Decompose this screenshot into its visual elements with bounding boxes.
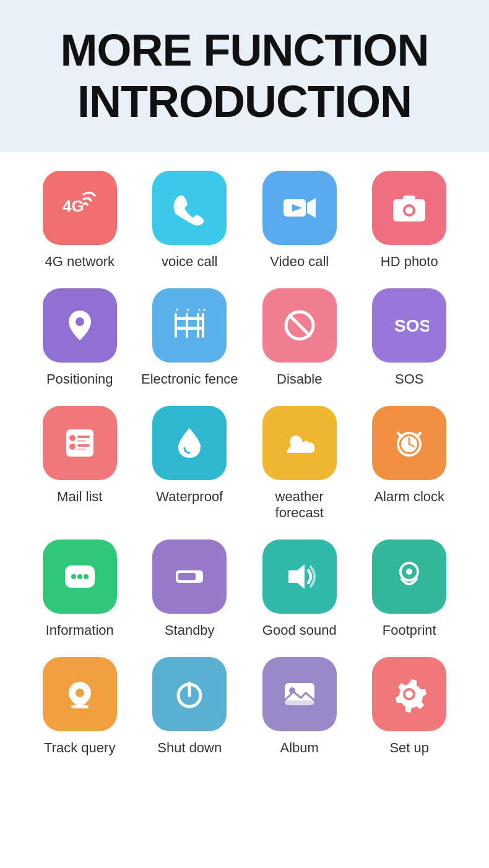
feature-video-call: Video call — [250, 171, 349, 270]
positioning-icon-box — [43, 288, 117, 363]
svg-rect-44 — [198, 577, 201, 580]
album-icon-box — [262, 657, 337, 731]
alarm-icon-box — [372, 406, 446, 480]
feature-voice-call: voice call — [140, 171, 239, 270]
electronic-fence-label: Electronic fence — [141, 371, 238, 387]
feature-sos: SOS SOS — [360, 288, 459, 387]
svg-marker-17 — [198, 308, 201, 311]
svg-marker-16 — [187, 308, 189, 311]
svg-point-48 — [76, 689, 84, 697]
row-1: 4G 4G network voice call — [25, 171, 464, 270]
features-grid: 4G 4G network voice call — [0, 152, 489, 799]
svg-line-36 — [417, 433, 420, 437]
feature-album: Album — [250, 657, 349, 756]
set-up-label: Set up — [389, 740, 429, 756]
svg-rect-54 — [285, 700, 314, 705]
svg-line-20 — [290, 316, 309, 335]
svg-point-47 — [406, 569, 412, 575]
voice-call-label: voice call — [162, 254, 217, 270]
alarm-clock-label: Alarm clock — [374, 489, 444, 505]
good-sound-icon-box — [262, 539, 337, 614]
svg-rect-7 — [403, 196, 415, 202]
row-2: Positioning Electronic fence — [25, 288, 464, 387]
feature-good-sound: Good sound — [250, 539, 349, 638]
mail-list-icon-box — [43, 406, 117, 480]
svg-rect-27 — [77, 444, 90, 447]
feature-track-query: Track query — [30, 657, 129, 756]
footprint-label: Footprint — [383, 622, 436, 638]
maillist-icon — [60, 423, 100, 463]
footprint-icon — [389, 557, 429, 596]
4g-icon: 4G — [60, 188, 100, 228]
footprint-icon-box — [372, 539, 446, 614]
svg-rect-28 — [77, 449, 86, 450]
4g-label: 4G network — [45, 254, 115, 270]
album-label: Album — [280, 740, 319, 756]
shut-down-label: Shut down — [157, 740, 222, 756]
track-icon — [60, 674, 100, 714]
phone-icon — [170, 188, 209, 228]
header-title: MORE FUNCTION INTRODUCTION — [12, 25, 477, 127]
svg-marker-18 — [203, 308, 206, 311]
sos-label: SOS — [395, 371, 423, 387]
svg-rect-24 — [77, 436, 90, 438]
svg-rect-49 — [71, 705, 89, 708]
alarm-icon — [389, 423, 429, 463]
row-3: Mail list Waterproof weather forecast — [25, 406, 464, 521]
location-icon — [60, 306, 100, 345]
svg-point-38 — [71, 574, 76, 579]
svg-marker-15 — [176, 308, 178, 311]
water-icon — [170, 423, 209, 463]
standby-icon — [170, 557, 209, 596]
good-sound-label: Good sound — [262, 622, 337, 638]
svg-text:4G: 4G — [63, 197, 84, 215]
mail-list-label: Mail list — [57, 489, 102, 505]
feature-weather: weather forecast — [250, 406, 349, 521]
sos-icon: SOS — [389, 306, 429, 345]
4g-icon-box: 4G — [43, 171, 117, 245]
track-query-label: Track query — [44, 740, 115, 756]
fence-icon — [170, 306, 209, 345]
hd-photo-label: HD photo — [381, 254, 438, 270]
disable-icon — [280, 306, 319, 345]
svg-rect-13 — [175, 317, 204, 320]
svg-point-26 — [69, 444, 76, 450]
standby-icon-box — [152, 539, 227, 614]
voice-call-icon-box — [152, 171, 227, 245]
svg-rect-14 — [175, 327, 204, 330]
weather-icon — [280, 423, 319, 463]
information-icon-box — [43, 539, 117, 614]
feature-mail-list: Mail list — [30, 406, 129, 505]
row-5: Track query Shut down Album — [25, 657, 464, 756]
feature-4g-network: 4G 4G network — [30, 171, 129, 270]
svg-point-6 — [405, 207, 413, 214]
feature-positioning: Positioning — [30, 288, 129, 387]
disable-label: Disable — [277, 371, 322, 387]
feature-waterproof: Waterproof — [140, 406, 239, 505]
svg-rect-43 — [198, 573, 201, 576]
camera-icon — [389, 188, 429, 228]
fence-icon-box — [152, 288, 227, 363]
feature-information: Information — [30, 539, 129, 638]
svg-point-56 — [405, 690, 413, 698]
sos-icon-box: SOS — [372, 288, 446, 363]
standby-label: Standby — [165, 622, 215, 638]
svg-marker-2 — [307, 198, 316, 218]
information-label: Information — [46, 622, 114, 638]
svg-point-39 — [77, 574, 82, 579]
message-icon — [60, 557, 100, 596]
svg-point-23 — [69, 435, 76, 441]
header: MORE FUNCTION INTRODUCTION — [0, 0, 489, 152]
video-call-icon-box — [262, 171, 337, 245]
feature-hd-photo: HD photo — [360, 171, 459, 270]
feature-set-up: Set up — [360, 657, 459, 756]
svg-text:SOS: SOS — [394, 316, 429, 335]
svg-rect-25 — [77, 440, 86, 442]
waterproof-icon-box — [152, 406, 227, 480]
settings-icon — [389, 674, 429, 714]
svg-rect-22 — [66, 429, 93, 457]
shutdown-icon — [170, 674, 209, 714]
disable-icon-box — [262, 288, 337, 363]
shutdown-icon-box — [152, 657, 227, 731]
weather-label: weather forecast — [250, 489, 349, 521]
